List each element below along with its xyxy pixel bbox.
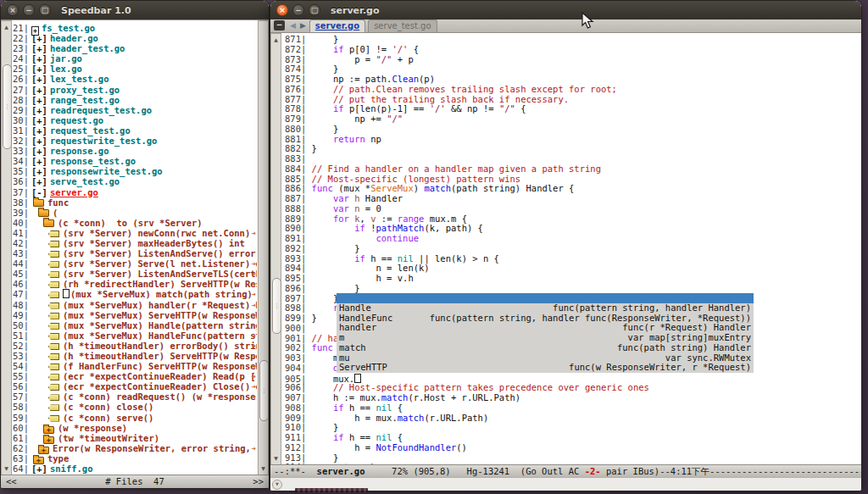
tag-icon[interactable]	[48, 313, 59, 319]
scrollbar-thumb[interactable]	[3, 64, 12, 149]
plusbox-icon[interactable]: [+]	[31, 85, 47, 95]
overflow-arrow-icon[interactable]: ➔	[252, 269, 256, 279]
tag-icon[interactable]	[48, 261, 59, 268]
minimize-icon[interactable]: −	[292, 4, 304, 16]
tag-icon[interactable]	[48, 364, 59, 370]
tag-icon[interactable]	[48, 384, 59, 391]
code-line[interactable]: 891| continue	[285, 234, 861, 244]
speedbar-item[interactable]: 26|[+]lex_test.go	[13, 74, 257, 84]
speedbar-item[interactable]: 46|(rh *redirectHandler) ServeHTTP(w Res…	[13, 279, 257, 289]
plusbox-icon[interactable]: [+]	[31, 136, 47, 146]
tag-icon[interactable]	[48, 353, 59, 360]
close-icon[interactable]: ×	[276, 4, 288, 16]
code-line[interactable]: 896| }	[285, 284, 861, 294]
folder-icon[interactable]	[43, 219, 54, 227]
speedbar-item[interactable]: 43|(srv *Server) ListenAndServe() error	[13, 248, 257, 258]
minimize-icon[interactable]: −	[23, 4, 35, 16]
speedbar-titlebar[interactable]: × − □ Speedbar 1.0	[1, 1, 269, 20]
scroll-down-icon[interactable]: ▼	[271, 454, 281, 463]
overflow-arrow-icon[interactable]: ➔	[252, 310, 256, 320]
popup-item[interactable]: ServeHTTPfunc(w ResponseWriter, r *Reque…	[337, 363, 754, 373]
minusbox-icon[interactable]: [-]	[31, 187, 47, 197]
speedbar-item[interactable]: 38|func	[13, 197, 257, 208]
overflow-arrow-icon[interactable]: ➔	[252, 391, 256, 402]
speedbar-item[interactable]: 35|[+]responsewrite_test.go	[13, 166, 257, 176]
maximize-icon[interactable]: □	[39, 4, 51, 16]
speedbar-item[interactable]: 28|[+]range_test.go	[13, 95, 257, 105]
tab-scroll-right-icon[interactable]: ▶	[300, 19, 306, 31]
overflow-arrow-icon[interactable]: ➔	[252, 279, 256, 289]
speedbar-item[interactable]: 57|(c *conn) readRequest() (w *response,…	[13, 391, 257, 402]
speedbar-item[interactable]: 32|[+]requestwrite_test.go	[13, 136, 257, 146]
plusbox-icon[interactable]: [+]	[31, 463, 47, 474]
tabbar-minus-button[interactable]: −	[274, 20, 285, 31]
close-icon[interactable]: ×	[7, 4, 19, 16]
speedbar-page-forward[interactable]: >>	[253, 475, 264, 488]
code-line[interactable]: 879| np += "/"	[285, 114, 861, 125]
speedbar-right-scrollbar[interactable]: ▼	[258, 20, 269, 475]
tag-icon[interactable]	[48, 241, 59, 247]
plusbox-icon[interactable]: [+]	[31, 43, 47, 53]
code-line[interactable]: 909| h = mux.match(r.URL.Path)	[285, 414, 861, 424]
scrollbar-thumb[interactable]	[272, 278, 281, 334]
speedbar-item[interactable]: 41|(srv *Server) newConn(rwc net.Conn) (…	[13, 228, 257, 238]
speedbar-item[interactable]: 31|[+]request_test.go	[13, 125, 257, 136]
plusbox-icon[interactable]: [+]	[31, 33, 47, 43]
speedbar-item[interactable]: 40|(c *conn) to (srv *Server)	[13, 218, 257, 228]
speedbar-left-scrollbar[interactable]: ▲ ▼	[1, 20, 12, 475]
maximize-icon[interactable]: □	[309, 4, 320, 16]
plusbox-icon[interactable]: [+]	[31, 115, 47, 125]
editor-titlebar[interactable]: × − □ server.go	[270, 1, 861, 20]
plusbox-icon[interactable]: [+]	[31, 95, 47, 105]
plusbox-icon[interactable]: [+]	[31, 146, 47, 156]
speedbar-item[interactable]: 59|(c *conn) serve()	[13, 413, 257, 423]
folder-icon[interactable]	[33, 199, 44, 207]
tag-icon[interactable]	[48, 333, 59, 340]
overflow-arrow-icon[interactable]: ➔	[252, 341, 256, 351]
overflow-arrow-icon[interactable]: ➔	[252, 320, 256, 330]
plusbox-icon[interactable]: [+]	[31, 125, 47, 136]
popup-item[interactable]: mvar map[string]muxEntry	[337, 333, 754, 343]
speedbar-item[interactable]: 60|+(w *response)	[13, 423, 257, 433]
tab-serve-test-go[interactable]: serve_test.go	[368, 19, 437, 32]
tag-icon[interactable]	[48, 271, 59, 278]
overflow-arrow-icon[interactable]: ➔	[252, 361, 256, 371]
tag-icon[interactable]	[48, 281, 59, 288]
overflow-arrow-icon[interactable]: ➔	[252, 330, 256, 341]
speedbar-item[interactable]: 64|[+]sniff.go	[13, 463, 257, 474]
tag-icon[interactable]	[48, 404, 59, 411]
code-line[interactable]: 881| return np	[285, 135, 861, 145]
speedbar-item[interactable]: 50|(mux *ServeMux) Handle(pattern string…	[13, 320, 257, 330]
tag-icon[interactable]	[48, 291, 59, 298]
speedbar-item[interactable]: 37|[-]server.go	[13, 187, 257, 197]
speedbar-item[interactable]: 22|[+]header.go	[13, 33, 257, 43]
popup-item[interactable]: matchfunc(path string) Handler	[337, 343, 754, 353]
tag-icon[interactable]	[48, 251, 59, 258]
tag-icon[interactable]	[48, 394, 59, 401]
speedbar-item[interactable]: 27|[+]proxy_test.go	[13, 85, 257, 95]
speedbar-item[interactable]: 44|(srv *Server) Serve(l net.Listener) e…	[13, 258, 257, 269]
tag-icon[interactable]	[48, 303, 59, 309]
speedbar-item[interactable]: 61|+(tw *timeoutWriter)	[13, 433, 257, 443]
scroll-up-icon[interactable]: ▲	[271, 36, 281, 44]
speedbar-item[interactable]: 55|(ecr *expectContinueReader) Read(p []…	[13, 371, 257, 381]
plusbox-icon[interactable]: [+]	[31, 105, 47, 115]
speedbar-item[interactable]: 52|(h *timeoutHandler) errorBody() strin…	[13, 341, 257, 351]
speedbar-page-back[interactable]: <<	[6, 475, 17, 488]
plusbox-icon[interactable]: [+]	[31, 156, 47, 166]
code-area[interactable]: 871| }872| if p[0] != '/' {873| p = "/" …	[282, 33, 861, 465]
speedbar-item[interactable]: 53|(h *timeoutHandler) ServeHTTP(w Respo…	[13, 351, 257, 361]
plusbox-icon[interactable]: [+]	[31, 64, 47, 74]
code-line[interactable]: 895| h = v.h	[285, 274, 861, 284]
code-line[interactable]: 873| p = "/" + p	[285, 55, 861, 65]
speedbar-item[interactable]: 21|+fs_test.go	[13, 23, 257, 33]
popup-item[interactable]: Handlefunc(pattern string, handler Handl…	[337, 303, 754, 314]
speedbar-item[interactable]: 62|+Error(w ResponseWriter, error string…	[13, 443, 257, 453]
overflow-arrow-icon[interactable]: ➔	[252, 381, 256, 391]
speedbar-item[interactable]: 54|(f HandlerFunc) ServeHTTP(w ResponseW…	[13, 361, 257, 371]
tag-icon[interactable]	[48, 323, 59, 330]
overflow-arrow-icon[interactable]: ➔	[252, 351, 256, 361]
speedbar-item[interactable]: 58|(c *conn) close()	[13, 402, 257, 412]
scroll-down-icon[interactable]: ▼	[2, 464, 11, 473]
tag-icon[interactable]	[48, 415, 59, 422]
